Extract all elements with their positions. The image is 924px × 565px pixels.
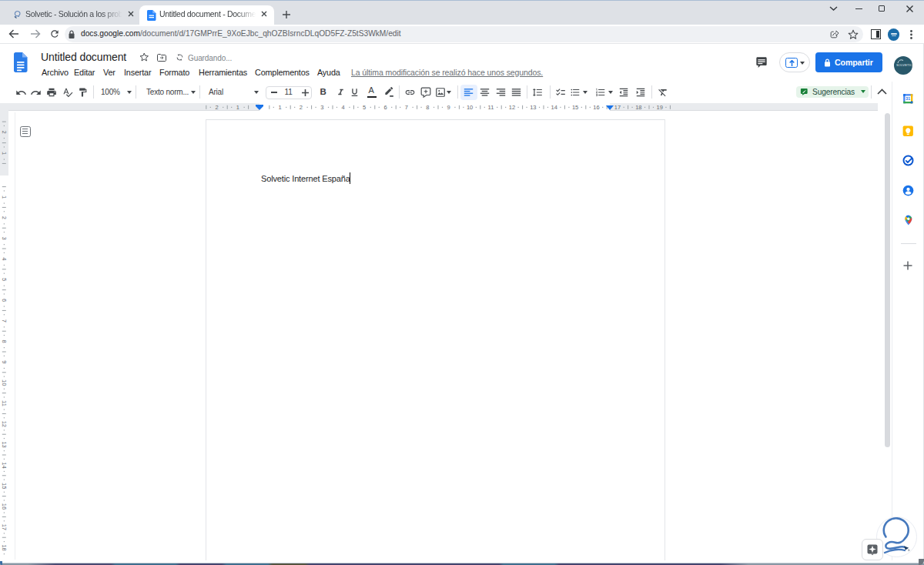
svg-text:14: 14 — [551, 104, 557, 111]
svg-text:10: 10 — [1, 379, 8, 386]
svg-text:3: 3 — [320, 104, 323, 111]
svg-text:2: 2 — [300, 104, 303, 111]
svg-text:31: 31 — [906, 96, 910, 101]
svg-text:14: 14 — [1, 462, 8, 468]
svg-text:6: 6 — [1, 298, 8, 301]
svg-text:10: 10 — [467, 104, 473, 111]
svg-text:7: 7 — [1, 319, 8, 322]
svg-text:13: 13 — [1, 441, 8, 447]
svg-text:11: 11 — [1, 400, 8, 406]
svg-text:19: 19 — [657, 104, 663, 111]
svg-text:1: 1 — [278, 104, 281, 111]
svg-text:1: 1 — [1, 195, 8, 198]
svg-text:12: 12 — [1, 420, 8, 426]
svg-text:13: 13 — [530, 104, 536, 111]
svg-text:15: 15 — [572, 104, 578, 111]
svg-text:16: 16 — [1, 503, 8, 509]
svg-text:2: 2 — [215, 104, 218, 111]
svg-text:9: 9 — [1, 360, 8, 363]
svg-text:7: 7 — [405, 104, 408, 111]
svg-text:8: 8 — [426, 104, 429, 111]
svg-text:4: 4 — [342, 104, 345, 111]
svg-text:2: 2 — [1, 216, 8, 219]
svg-text:6: 6 — [383, 104, 387, 111]
svg-text:17: 17 — [1, 523, 8, 530]
svg-text:5: 5 — [1, 278, 8, 281]
svg-text:12: 12 — [509, 104, 515, 111]
svg-text:9: 9 — [447, 104, 450, 111]
svg-text:16: 16 — [593, 104, 599, 111]
svg-text:15: 15 — [1, 483, 8, 489]
svg-text:17: 17 — [614, 104, 621, 111]
svg-text:5: 5 — [363, 104, 366, 111]
svg-text:3: 3 — [1, 236, 8, 239]
svg-text:18: 18 — [635, 104, 641, 111]
svg-text:1: 1 — [236, 104, 239, 111]
svg-text:1: 1 — [1, 151, 8, 154]
svg-text:4: 4 — [1, 257, 8, 260]
svg-text:2: 2 — [1, 130, 8, 133]
svg-text:8: 8 — [1, 339, 8, 343]
svg-text:11: 11 — [488, 104, 494, 111]
svg-text:18: 18 — [1, 544, 8, 550]
